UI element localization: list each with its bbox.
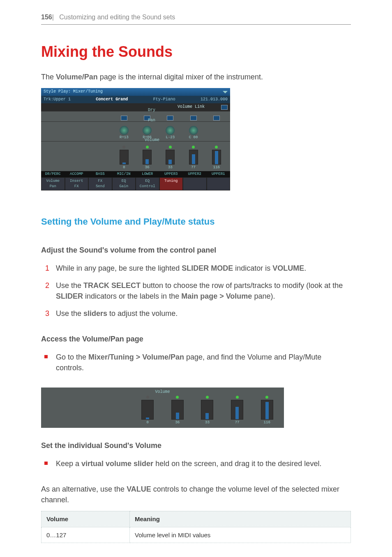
mixer-tab[interactable]: InsertFX: [65, 177, 89, 190]
track-label: LOWER: [136, 172, 159, 177]
mixer-tab[interactable]: EQControl: [136, 177, 159, 190]
mixer-tab[interactable]: Tuning: [159, 177, 183, 190]
volume-strip-screenshot: Volume 0363377116: [41, 388, 284, 428]
mute-led[interactable]: [215, 146, 218, 149]
mute-led[interactable]: [265, 396, 268, 399]
page-title: Mixing the Sounds: [41, 41, 351, 63]
volume-slider[interactable]: [231, 400, 243, 420]
volume-value: 36: [175, 420, 180, 425]
setvol-heading: Set the individual Sound's Volume: [41, 440, 351, 451]
track-label: UPPER2: [183, 172, 207, 177]
mute-led[interactable]: [176, 396, 179, 399]
table-head-volume: Volume: [42, 511, 130, 527]
volume-value: 77: [191, 165, 196, 170]
mute-led[interactable]: [236, 396, 239, 399]
pan-knob[interactable]: [120, 126, 129, 135]
track-label: ACCOMP: [65, 172, 89, 177]
setvol-bullet: Keep a virtual volume slider held on the…: [41, 458, 351, 469]
pan-knob[interactable]: [143, 126, 152, 135]
dry-toggle[interactable]: [121, 116, 127, 121]
window-title: Style Play: Mixer/Tuning: [44, 89, 103, 95]
track-label: UPPER1: [207, 172, 231, 177]
dry-toggle[interactable]: [167, 116, 173, 121]
volume-table: Volume Meaning 0…127 Volume level in MID…: [41, 511, 351, 543]
volume-value: 116: [264, 420, 270, 425]
track-label: DR/PERC: [41, 172, 65, 177]
adjust-heading: Adjust the Sound's volume from the contr…: [41, 245, 351, 255]
track-label: BASS: [88, 172, 112, 177]
mixer-tab[interactable]: EQGain: [112, 177, 136, 190]
track-label: UPPER3: [159, 172, 183, 177]
volume-slider[interactable]: [171, 400, 184, 420]
volume-slider[interactable]: [189, 150, 198, 165]
volume-slider[interactable]: [261, 400, 273, 420]
setvol-paragraph: As an alternative, use the VALUE control…: [41, 484, 351, 505]
step: 3Use the sliders to adjust the volume.: [41, 308, 351, 319]
mute-led[interactable]: [146, 146, 149, 149]
page-number: 156: [41, 14, 52, 21]
mixer-tab[interactable]: VolumePan: [41, 177, 65, 190]
pan-label: Pan: [148, 118, 155, 124]
sound-family: Fty-Piano: [153, 97, 175, 103]
step: 2Use the TRACK SELECT button to choose t…: [41, 280, 351, 302]
volume-value: 36: [145, 165, 150, 170]
subheading: Setting the Volume and Play/Mute status: [41, 215, 351, 228]
access-bullet: Go to the Mixer/Tuning > Volume/Pan page…: [41, 352, 351, 373]
track-label: MIC/IN: [112, 172, 136, 177]
dropdown-icon: [223, 91, 228, 93]
dry-toggle[interactable]: [190, 116, 197, 121]
volume-value: 33: [205, 420, 210, 425]
volume-value: 33: [168, 165, 173, 170]
pan-value: L-23: [159, 135, 181, 140]
mute-led[interactable]: [169, 146, 172, 149]
volume-slider[interactable]: [141, 400, 154, 420]
mute-led[interactable]: [122, 146, 125, 149]
volume-label: Volume: [44, 389, 281, 395]
table-cell-meaning: Volume level in MIDI values: [130, 527, 351, 543]
pan-knob[interactable]: [166, 126, 175, 135]
track-label: Trk:Upper 1: [44, 97, 71, 103]
mixer-tab: [207, 177, 231, 190]
mixer-screenshot: Style Play: Mixer/Tuning Trk:Upper 1 Con…: [41, 88, 230, 190]
volume-slider[interactable]: [212, 150, 221, 165]
dry-label: Dry: [148, 107, 155, 114]
sound-name: Concert Grand: [96, 97, 128, 103]
volume-value: 0: [123, 165, 125, 170]
section-name: Customizing and editing the Sound sets: [59, 14, 175, 21]
volume-section-label: Volume: [145, 137, 159, 144]
volume-link-box: [221, 105, 228, 110]
volume-value: 0: [146, 420, 148, 425]
mixer-tab: [183, 177, 207, 190]
volume-value: 116: [213, 165, 220, 170]
table-head-meaning: Meaning: [130, 511, 351, 527]
volume-slider[interactable]: [201, 400, 213, 420]
pan-value: R+13: [113, 135, 135, 140]
table-cell-range: 0…127: [42, 527, 130, 543]
program-number: 121.013.000: [201, 97, 228, 103]
mute-led[interactable]: [206, 396, 209, 399]
pan-knob[interactable]: [189, 126, 198, 135]
mute-led[interactable]: [146, 396, 149, 399]
mute-led[interactable]: [192, 146, 195, 149]
pan-value: C 00: [182, 135, 205, 140]
volume-link-label: Volume Link: [178, 104, 205, 110]
mixer-tab[interactable]: FXSend: [88, 177, 112, 190]
volume-slider[interactable]: [143, 150, 152, 165]
intro-paragraph: The Volume/Pan page is the internal digi…: [41, 72, 351, 82]
volume-value: 77: [235, 420, 240, 425]
access-heading: Access the Volume/Pan page: [41, 334, 351, 344]
volume-slider[interactable]: [120, 150, 129, 165]
step: 1While in any page, be sure the lighted …: [41, 263, 351, 274]
volume-slider[interactable]: [166, 150, 175, 165]
dry-toggle[interactable]: [213, 116, 220, 121]
page-header: 156| Customizing and editing the Sound s…: [41, 12, 351, 25]
